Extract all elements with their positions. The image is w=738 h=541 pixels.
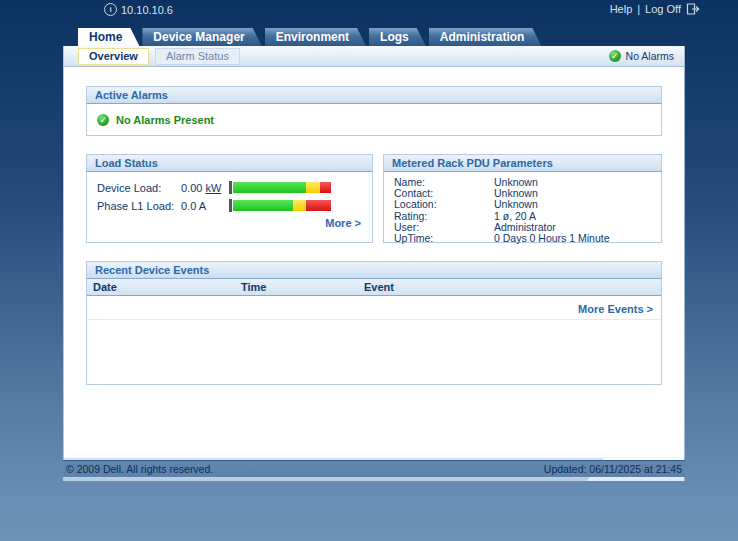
logoff-link[interactable]: Log Off bbox=[645, 3, 681, 15]
events-table-header: Date Time Event bbox=[87, 279, 661, 296]
tab-logs[interactable]: Logs bbox=[369, 28, 426, 46]
no-alarms-message: No Alarms Present bbox=[116, 114, 214, 126]
phase-l1-load-row: Phase L1 Load: 0.0 A bbox=[97, 198, 367, 213]
help-link[interactable]: Help bbox=[610, 3, 633, 15]
separator: | bbox=[637, 3, 640, 15]
recent-events-body: Date Time Event More Events > bbox=[86, 279, 662, 385]
recent-events-section: Recent Device Events Date Time Event Mor… bbox=[86, 261, 662, 385]
active-alarms-body: No Alarms Present bbox=[86, 104, 662, 136]
main-panel: Overview Alarm Status No Alarms Active A… bbox=[63, 46, 685, 481]
column-event[interactable]: Event bbox=[358, 281, 661, 293]
main-tabs: Home Device Manager Environment Logs Adm… bbox=[78, 28, 544, 46]
device-load-value: 0.00 kW bbox=[181, 182, 221, 194]
subtab-alarm-status[interactable]: Alarm Status bbox=[155, 48, 240, 65]
sub-navigation: Overview Alarm Status No Alarms bbox=[64, 46, 684, 67]
column-date[interactable]: Date bbox=[87, 281, 235, 293]
param-value-uptime: 0 Days 0 Hours 1 Minute bbox=[494, 233, 610, 244]
active-alarms-header: Active Alarms bbox=[86, 86, 662, 104]
param-row-location: Location: Unknown bbox=[394, 199, 651, 210]
device-address: i 10.10.10.6 bbox=[104, 3, 173, 16]
more-events-row: More Events > bbox=[87, 296, 661, 320]
pdu-parameters-header: Metered Rack PDU Parameters bbox=[383, 154, 662, 172]
more-link[interactable]: More > bbox=[97, 216, 367, 229]
info-icon: i bbox=[104, 3, 117, 16]
status-bar: © 2009 Dell. All rights reserved. Update… bbox=[63, 460, 685, 477]
device-load-row: Device Load: 0.00 kW bbox=[97, 180, 367, 195]
tab-device-manager[interactable]: Device Manager bbox=[142, 28, 261, 46]
pdu-parameters-body: Name: Unknown Contact: Unknown Location:… bbox=[383, 172, 662, 243]
updated-timestamp: Updated: 06/11/2025 at 21:45 bbox=[544, 463, 682, 475]
param-row-uptime: UpTime: 0 Days 0 Hours 1 Minute bbox=[394, 233, 651, 244]
device-load-label: Device Load: bbox=[97, 182, 181, 194]
pdu-parameters-section: Metered Rack PDU Parameters Name: Unknow… bbox=[383, 154, 662, 243]
subtab-overview[interactable]: Overview bbox=[78, 48, 149, 65]
kw-unit-link[interactable]: kW bbox=[205, 182, 221, 194]
param-value-location: Unknown bbox=[494, 199, 538, 210]
column-time[interactable]: Time bbox=[235, 281, 358, 293]
logoff-icon[interactable] bbox=[686, 3, 700, 15]
phase-l1-load-label: Phase L1 Load: bbox=[97, 200, 181, 212]
device-load-gauge bbox=[229, 182, 331, 193]
load-status-header: Load Status bbox=[86, 154, 373, 172]
load-status-body: Device Load: 0.00 kW Phase L1 Load: 0.0 … bbox=[86, 172, 373, 243]
check-circle-icon bbox=[609, 50, 621, 62]
tab-home[interactable]: Home bbox=[78, 28, 139, 46]
copyright-text: © 2009 Dell. All rights reserved. bbox=[66, 463, 213, 475]
tab-environment[interactable]: Environment bbox=[265, 28, 366, 46]
phase-l1-load-gauge bbox=[229, 200, 331, 211]
alarm-status-indicator[interactable]: No Alarms bbox=[609, 50, 684, 62]
tab-administration[interactable]: Administration bbox=[429, 28, 542, 46]
page-content: Active Alarms No Alarms Present Load Sta… bbox=[64, 86, 684, 457]
status-columns: Load Status Device Load: 0.00 kW Phase L… bbox=[86, 154, 662, 243]
load-status-section: Load Status Device Load: 0.00 kW Phase L… bbox=[86, 154, 373, 243]
alarm-status-text: No Alarms bbox=[626, 50, 674, 62]
gauge-tick bbox=[229, 181, 232, 194]
check-circle-icon bbox=[97, 114, 109, 126]
gauge-tick bbox=[229, 199, 232, 212]
session-links: Help | Log Off bbox=[610, 3, 700, 15]
phase-l1-load-value: 0.0 A bbox=[181, 200, 206, 212]
active-alarms-section: Active Alarms No Alarms Present bbox=[86, 86, 662, 136]
recent-events-header: Recent Device Events bbox=[86, 261, 662, 279]
top-header-bar: i 10.10.10.6 Help | Log Off bbox=[0, 0, 738, 20]
device-ip: 10.10.10.6 bbox=[121, 4, 173, 16]
more-events-link[interactable]: More Events > bbox=[578, 303, 653, 315]
